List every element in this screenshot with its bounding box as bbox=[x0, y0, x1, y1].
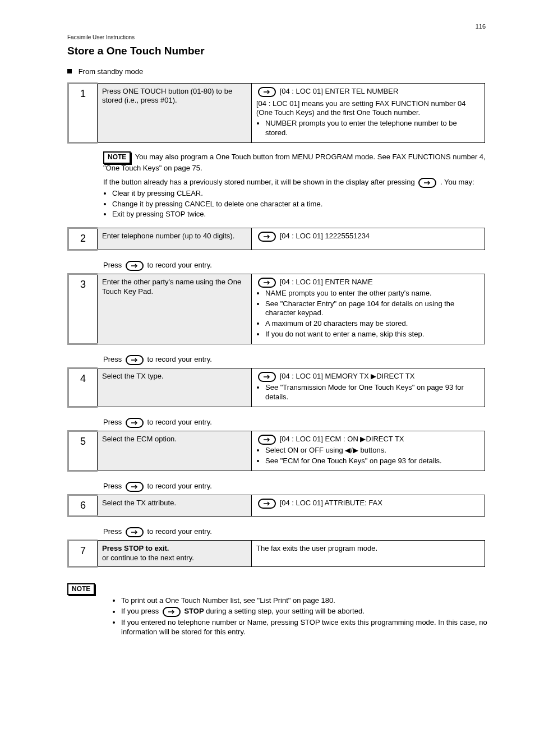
step-number: 6 bbox=[68, 495, 98, 516]
note-badge: NOTE bbox=[103, 151, 131, 164]
enter-icon bbox=[258, 87, 276, 97]
enter-icon bbox=[258, 372, 276, 382]
step-number: 4 bbox=[68, 368, 98, 407]
enter-icon bbox=[258, 435, 276, 445]
section-heading: From standby mode bbox=[67, 67, 490, 77]
page-number: 116 bbox=[476, 22, 486, 30]
step-row: 6 Select the TX attribute. [04 : LOC 01]… bbox=[67, 494, 485, 517]
step-row: 4 Select the TX type. [04 : LOC 01] MEMO… bbox=[67, 367, 485, 408]
step-instruction: Select the ECM option. bbox=[98, 431, 252, 471]
section-head: Press to record your entry. bbox=[103, 261, 490, 271]
footer-note: NOTE To print out a One Touch Number lis… bbox=[67, 583, 490, 637]
enter-icon bbox=[163, 607, 181, 617]
enter-icon bbox=[126, 482, 144, 492]
step-row: 7 Press STOP to exit. or continue to the… bbox=[67, 540, 485, 568]
enter-icon bbox=[126, 355, 144, 365]
step-instruction: Press STOP to exit. or continue to the n… bbox=[98, 541, 252, 567]
note-block: NOTE You may also program a One Touch bu… bbox=[103, 151, 490, 219]
step-row: 2 Enter telephone number (up to 40 digit… bbox=[67, 227, 485, 250]
enter-icon bbox=[258, 278, 276, 288]
enter-icon bbox=[258, 499, 276, 509]
step-display: [04 : LOC 01] ENTER TEL NUMBER [04 : LOC… bbox=[252, 83, 485, 143]
step-display: [04 : LOC 01] MEMORY TX ▶DIRECT TX See "… bbox=[252, 368, 485, 407]
section-head: Press to record your entry. bbox=[103, 355, 490, 365]
enter-icon bbox=[126, 261, 144, 271]
step-display: [04 : LOC 01] 12225551234 bbox=[252, 228, 485, 250]
enter-icon bbox=[126, 527, 144, 537]
step-instruction: Enter the other party's name using the O… bbox=[98, 274, 252, 344]
section-head: Press to record your entry. bbox=[103, 527, 490, 537]
enter-icon bbox=[126, 418, 144, 428]
page-title: Store a One Touch Number bbox=[67, 44, 490, 58]
section-head: Press to record your entry. bbox=[103, 418, 490, 428]
step-instruction: Press ONE TOUCH button (01-80) to be sto… bbox=[98, 83, 252, 143]
step-instruction: Enter telephone number (up to 40 digits)… bbox=[98, 228, 252, 250]
step-number: 7 bbox=[68, 541, 98, 567]
step-number: 2 bbox=[68, 228, 98, 250]
enter-icon bbox=[258, 232, 276, 242]
step-display: [04 : LOC 01] ENTER NAME NAME prompts yo… bbox=[252, 274, 485, 344]
subtitle: Facsimile User Instructions bbox=[67, 34, 490, 41]
step-instruction: Select the TX attribute. bbox=[98, 495, 252, 516]
section-head: Press to record your entry. bbox=[103, 482, 490, 492]
step-row: 3 Enter the other party's name using the… bbox=[67, 273, 485, 345]
step-instruction: Select the TX type. bbox=[98, 368, 252, 407]
bullet-square-icon bbox=[67, 69, 72, 73]
step-row: 5 Select the ECM option. [04 : LOC 01] E… bbox=[67, 430, 485, 472]
step-display: [04 : LOC 01] ATTRIBUTE: FAX bbox=[252, 495, 485, 516]
page: 116 Facsimile User Instructions Store a … bbox=[0, 0, 535, 672]
step-row: 1 Press ONE TOUCH button (01-80) to be s… bbox=[67, 82, 485, 144]
step-number: 3 bbox=[68, 274, 98, 344]
enter-icon bbox=[418, 178, 436, 188]
step-display: [04 : LOC 01] ECM : ON ▶DIRECT TX Select… bbox=[252, 431, 485, 471]
step-number: 1 bbox=[68, 83, 98, 143]
step-number: 5 bbox=[68, 431, 98, 471]
step-display: The fax exits the user program mode. bbox=[252, 541, 485, 567]
note-badge: NOTE bbox=[67, 583, 95, 596]
